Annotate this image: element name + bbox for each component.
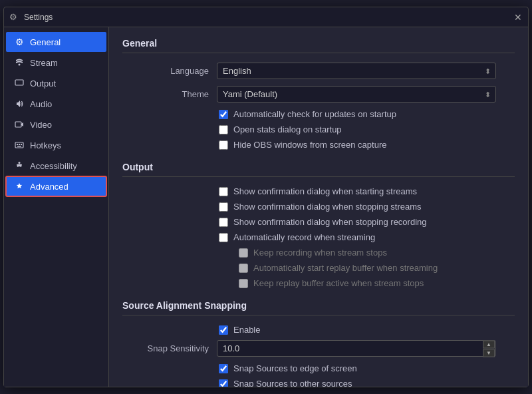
- settings-icon: ⚙: [9, 12, 20, 23]
- output-checkbox-6: [239, 279, 248, 288]
- hide-obs-label: Hide OBS windows from screen capture: [233, 140, 386, 150]
- svg-rect-6: [21, 144, 22, 145]
- general-icon: ⚙: [14, 37, 25, 47]
- sidebar-label-stream: Stream: [30, 58, 58, 68]
- settings-window: ⚙ Settings ✕ ⚙ General Stream: [3, 7, 529, 387]
- sidebar: ⚙ General Stream: [4, 27, 109, 387]
- output-cb-5: Automatically start replay buffer when s…: [122, 263, 515, 273]
- svg-point-0: [19, 64, 21, 66]
- sidebar-label-general: General: [30, 37, 61, 47]
- output-checkbox-5: [239, 264, 248, 273]
- sidebar-label-audio: Audio: [30, 99, 52, 109]
- audio-icon: [14, 98, 25, 109]
- theme-control: Yami (Default): [217, 86, 496, 102]
- language-select[interactable]: English: [217, 63, 496, 79]
- check-updates-label: Automatically check for updates on start…: [233, 109, 396, 119]
- titlebar: ⚙ Settings ✕: [4, 7, 528, 27]
- snapping-section-title: Source Alignment Snapping: [122, 300, 515, 315]
- sidebar-item-general[interactable]: ⚙ General: [6, 32, 106, 52]
- output-cb-2: Show confirmation dialog when stopping r…: [122, 217, 515, 227]
- sidebar-item-accessibility[interactable]: Accessibility: [6, 156, 106, 176]
- sidebar-label-video: Video: [30, 120, 52, 130]
- sidebar-label-accessibility: Accessibility: [30, 161, 77, 171]
- svg-rect-1: [15, 80, 23, 85]
- snap-arrows: ▲ ▼: [483, 340, 495, 357]
- output-icon: [14, 78, 25, 89]
- snapping-section: Source Alignment Snapping Enable Snap Se…: [122, 300, 515, 387]
- theme-select-wrapper: Yami (Default): [217, 86, 496, 102]
- window-title: Settings: [24, 13, 513, 22]
- output-cb-4: Keep recording when stream stops: [122, 248, 515, 258]
- output-checkbox-1[interactable]: [219, 202, 228, 212]
- enable-label: Enable: [233, 325, 260, 335]
- snap-edge-row: Snap Sources to edge of screen: [122, 363, 515, 373]
- output-label-3: Automatically record when streaming: [233, 232, 375, 242]
- language-control: English: [217, 63, 496, 79]
- language-label: Language: [122, 66, 209, 76]
- sidebar-item-stream[interactable]: Stream: [6, 53, 106, 73]
- language-select-wrapper: English: [217, 63, 496, 79]
- sidebar-item-hotkeys[interactable]: Hotkeys: [6, 135, 106, 155]
- video-icon: [14, 119, 25, 130]
- output-label-5: Automatically start replay buffer when s…: [253, 263, 438, 273]
- main-content: General Language English Theme: [109, 27, 528, 387]
- svg-point-8: [19, 162, 21, 164]
- theme-label: Theme: [122, 89, 209, 99]
- accessibility-icon: [14, 160, 25, 171]
- svg-rect-7: [17, 146, 21, 147]
- output-label-4: Keep recording when stream stops: [253, 248, 387, 258]
- snap-edge-checkbox[interactable]: [219, 364, 228, 373]
- hotkeys-icon: [14, 140, 25, 150]
- output-label-0: Show confirmation dialog when starting s…: [233, 186, 417, 196]
- sidebar-item-output[interactable]: Output: [6, 73, 106, 93]
- output-section: Output Show confirmation dialog when sta…: [122, 162, 515, 288]
- language-row: Language English: [122, 63, 515, 79]
- sidebar-item-video[interactable]: Video: [6, 114, 106, 134]
- check-updates-row: Automatically check for updates on start…: [122, 109, 515, 119]
- sidebar-label-hotkeys: Hotkeys: [30, 140, 61, 150]
- output-cb-3: Automatically record when streaming: [122, 232, 515, 242]
- svg-rect-2: [15, 122, 21, 127]
- general-section: General Language English Theme: [122, 38, 515, 150]
- theme-select[interactable]: Yami (Default): [217, 86, 496, 102]
- output-section-title: Output: [122, 162, 515, 177]
- open-stats-checkbox[interactable]: [219, 125, 228, 134]
- sidebar-item-advanced[interactable]: Advanced: [6, 176, 106, 196]
- sidebar-label-advanced: Advanced: [30, 182, 68, 192]
- content-area: ⚙ General Stream: [4, 27, 528, 387]
- hide-obs-checkbox[interactable]: [219, 140, 228, 150]
- snap-up-arrow[interactable]: ▲: [483, 340, 495, 348]
- enable-snapping-row: Enable: [122, 325, 515, 335]
- output-label-1: Show confirmation dialog when stopping s…: [233, 202, 422, 212]
- sidebar-item-audio[interactable]: Audio: [6, 94, 106, 114]
- output-label-6: Keep replay buffer active when stream st…: [253, 278, 424, 288]
- theme-row: Theme Yami (Default): [122, 86, 515, 102]
- stream-icon: [14, 57, 25, 68]
- hide-obs-row: Hide OBS windows from screen capture: [122, 140, 515, 150]
- output-cb-1: Show confirmation dialog when stopping s…: [122, 202, 515, 212]
- snap-sensitivity-row: Snap Sensitivity ▲ ▼: [122, 340, 515, 357]
- enable-snapping-checkbox[interactable]: [219, 325, 228, 335]
- snap-sources-checkbox[interactable]: [219, 379, 228, 387]
- close-button[interactable]: ✕: [513, 13, 523, 22]
- open-stats-label: Open stats dialog on startup: [233, 124, 342, 134]
- advanced-icon: [14, 181, 25, 192]
- svg-rect-4: [17, 144, 18, 145]
- snap-sources-row: Snap Sources to other sources: [122, 379, 515, 387]
- check-updates-checkbox[interactable]: [219, 110, 228, 119]
- snap-sensitivity-input[interactable]: [217, 340, 496, 357]
- output-cb-0: Show confirmation dialog when starting s…: [122, 186, 515, 196]
- open-stats-row: Open stats dialog on startup: [122, 124, 515, 134]
- svg-rect-5: [19, 144, 20, 145]
- snap-sensitivity-label: Snap Sensitivity: [122, 343, 209, 353]
- snap-down-arrow[interactable]: ▼: [483, 349, 495, 357]
- general-section-title: General: [122, 38, 515, 53]
- snap-edge-label: Snap Sources to edge of screen: [233, 363, 357, 373]
- output-checkbox-4: [239, 248, 248, 258]
- output-checkbox-3[interactable]: [219, 233, 228, 242]
- output-checkbox-0[interactable]: [219, 187, 228, 196]
- snap-sources-label: Snap Sources to other sources: [233, 379, 352, 387]
- snap-sensitivity-wrapper: ▲ ▼: [217, 340, 496, 357]
- output-checkbox-2[interactable]: [219, 218, 228, 227]
- output-cb-6: Keep replay buffer active when stream st…: [122, 278, 515, 288]
